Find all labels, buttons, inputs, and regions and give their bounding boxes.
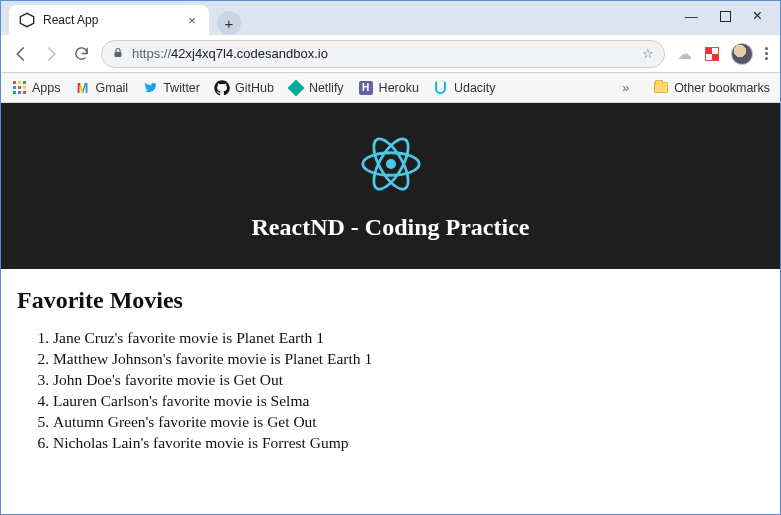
bookmarks-overflow-icon[interactable]: » bbox=[622, 81, 629, 95]
bookmark-twitter[interactable]: Twitter bbox=[142, 80, 200, 96]
url-host: 42xj4xq7l4.codesandbox.io bbox=[171, 46, 328, 61]
window-controls: — × bbox=[685, 1, 780, 25]
favorite-movies-list: Jane Cruz's favorite movie is Planet Ear… bbox=[17, 328, 764, 454]
bookmark-github[interactable]: GitHub bbox=[214, 80, 274, 96]
nav-forward-button[interactable] bbox=[41, 44, 61, 64]
new-tab-button[interactable]: + bbox=[217, 11, 241, 35]
heroku-icon: H bbox=[358, 80, 374, 96]
react-favicon-icon bbox=[19, 12, 35, 28]
url-text: https://42xj4xq7l4.codesandbox.io bbox=[132, 46, 634, 61]
list-item: Autumn Green's favorite movie is Get Out bbox=[53, 412, 764, 433]
folder-icon bbox=[653, 80, 669, 96]
section-title: Favorite Movies bbox=[17, 287, 764, 314]
bookmark-apps[interactable]: Apps bbox=[11, 80, 61, 96]
list-item: Lauren Carlson's favorite movie is Selma bbox=[53, 391, 764, 412]
lock-icon bbox=[112, 46, 124, 62]
window-maximize-button[interactable] bbox=[720, 11, 731, 22]
ext-cloud-icon[interactable]: ☁ bbox=[675, 45, 693, 63]
address-bar[interactable]: https://42xj4xq7l4.codesandbox.io ☆ bbox=[101, 40, 665, 68]
udacity-icon bbox=[433, 80, 449, 96]
bookmark-udacity[interactable]: Udacity bbox=[433, 80, 496, 96]
page-viewport[interactable]: ReactND - Coding Practice Favorite Movie… bbox=[1, 103, 780, 514]
bookmark-label: Gmail bbox=[96, 81, 129, 95]
window-minimize-button[interactable]: — bbox=[685, 9, 698, 24]
hero-title: ReactND - Coding Practice bbox=[1, 214, 780, 241]
bookmarks-bar: Apps M Gmail Twitter GitHub Netlify H He… bbox=[1, 73, 780, 103]
browser-tab-active[interactable]: React App × bbox=[9, 5, 209, 35]
hero-banner: ReactND - Coding Practice bbox=[1, 103, 780, 269]
twitter-icon bbox=[142, 80, 158, 96]
react-logo-icon bbox=[356, 133, 426, 198]
bookmark-gmail[interactable]: M Gmail bbox=[75, 80, 129, 96]
browser-toolbar: https://42xj4xq7l4.codesandbox.io ☆ ☁ bbox=[1, 35, 780, 73]
bookmark-netlify[interactable]: Netlify bbox=[288, 80, 344, 96]
svg-point-5 bbox=[385, 159, 395, 169]
list-item: John Doe's favorite movie is Get Out bbox=[53, 370, 764, 391]
profile-avatar[interactable] bbox=[731, 43, 753, 65]
nav-back-button[interactable] bbox=[11, 44, 31, 64]
svg-marker-0 bbox=[20, 13, 33, 26]
apps-grid-icon bbox=[11, 80, 27, 96]
url-protocol: https:// bbox=[132, 46, 171, 61]
bookmark-other-folder[interactable]: Other bookmarks bbox=[653, 80, 770, 96]
extension-icons: ☁ bbox=[675, 43, 770, 65]
netlify-icon bbox=[288, 80, 304, 96]
list-item: Matthew Johnson's favorite movie is Plan… bbox=[53, 349, 764, 370]
window-titlebar: React App × + — × bbox=[1, 1, 780, 35]
tab-title: React App bbox=[43, 13, 177, 27]
bookmark-label: Other bookmarks bbox=[674, 81, 770, 95]
bookmark-label: Heroku bbox=[379, 81, 419, 95]
bookmark-label: Twitter bbox=[163, 81, 200, 95]
list-item: Jane Cruz's favorite movie is Planet Ear… bbox=[53, 328, 764, 349]
gmail-icon: M bbox=[75, 80, 91, 96]
page-content: Favorite Movies Jane Cruz's favorite mov… bbox=[1, 269, 780, 472]
list-item: Nicholas Lain's favorite movie is Forres… bbox=[53, 433, 764, 454]
bookmark-label: GitHub bbox=[235, 81, 274, 95]
nav-reload-button[interactable] bbox=[71, 44, 91, 64]
tab-close-icon[interactable]: × bbox=[185, 13, 199, 27]
ext-lastpass-icon[interactable] bbox=[703, 45, 721, 63]
window-close-button[interactable]: × bbox=[753, 7, 762, 25]
bookmark-label: Netlify bbox=[309, 81, 344, 95]
svg-rect-1 bbox=[115, 52, 122, 57]
bookmark-label: Apps bbox=[32, 81, 61, 95]
bookmark-label: Udacity bbox=[454, 81, 496, 95]
bookmark-heroku[interactable]: H Heroku bbox=[358, 80, 419, 96]
github-icon bbox=[214, 80, 230, 96]
tab-strip: React App × + bbox=[1, 1, 685, 35]
kebab-menu-icon[interactable] bbox=[763, 47, 770, 60]
bookmark-star-icon[interactable]: ☆ bbox=[642, 46, 654, 61]
